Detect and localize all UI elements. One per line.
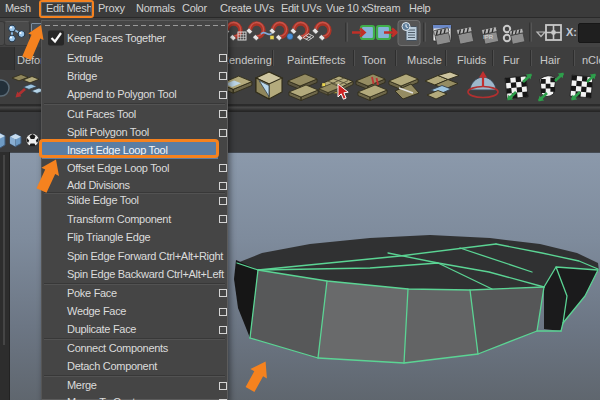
menubar-item-color[interactable]: Color (182, 0, 207, 17)
option-box[interactable] (219, 382, 227, 390)
menu-item-label: Wedge Face (67, 302, 126, 320)
menu-item-label: Cut Faces Tool (67, 105, 136, 123)
render-view-icon[interactable] (433, 25, 451, 45)
option-box[interactable] (219, 72, 227, 80)
menu-item-label: Slide Edge Tool (67, 191, 139, 209)
menu-item-label: Transform Component (67, 210, 171, 228)
shelf-icon-uv-checker-2 (538, 73, 564, 101)
option-box[interactable] (219, 308, 227, 316)
shelf-icon-separate (356, 74, 387, 101)
shelf-tab-separator (573, 50, 575, 66)
render-current-frame-icon[interactable] (456, 27, 474, 45)
option-box[interactable] (219, 326, 227, 334)
option-box[interactable] (219, 182, 227, 190)
partial-cube-icon[interactable] (0, 134, 5, 149)
partial-sphere-icon[interactable] (0, 80, 9, 96)
menu-item-label: Keep Faces Together (67, 29, 166, 47)
shelf-tab-separator (492, 50, 494, 66)
quadrant-menu-icon[interactable] (546, 25, 561, 40)
status-separator[interactable] (529, 22, 532, 42)
shelf-tab-rendering[interactable]: Rendering (221, 50, 272, 70)
shelf-icon-uv-checker-1 (505, 74, 532, 100)
menu-tearoff-handle[interactable] (45, 25, 225, 26)
shelf-tab-separator (272, 50, 274, 66)
menubar-item-normals[interactable]: Normals (136, 0, 175, 17)
menu-item-label: Spin Edge Backward Ctrl+Alt+Left (67, 265, 224, 283)
shelf-tab-hair[interactable]: Hair (540, 50, 560, 70)
shelf-tab-fluids[interactable]: Fluids (457, 50, 486, 70)
left-tool-strip (0, 152, 10, 400)
arrow-to-edit-mesh-menu (8, 14, 53, 69)
menu-item-label: Spin Edge Forward Ctrl+Alt+Right (67, 247, 223, 265)
menu-item-label: Merge To Center (67, 393, 144, 400)
shelf-icon-smooth (468, 71, 498, 98)
render-settings-icon[interactable] (504, 26, 525, 45)
option-box[interactable] (219, 54, 227, 62)
construction-history-button[interactable] (398, 21, 420, 46)
menu-item-cut-faces-tool[interactable]: Cut Faces Tool (42, 105, 227, 123)
shelf-icon-fill-hole (389, 74, 419, 99)
menu-item-offset-edge-loop-tool[interactable]: Offset Edge Loop Tool (42, 159, 227, 177)
menu-item-poke-face[interactable]: Poke Face (42, 284, 227, 302)
menu-item-merge[interactable]: Merge (42, 376, 227, 394)
menu-item-detach-component[interactable]: Detach Component (42, 357, 227, 375)
arrow-to-mesh (229, 360, 279, 400)
option-box[interactable] (219, 215, 227, 223)
menu-item-bridge[interactable]: Bridge (42, 67, 227, 85)
chevron-down-icon[interactable] (537, 32, 545, 37)
menu-item-keep-faces-together[interactable]: Keep Faces Together (42, 29, 227, 47)
menu-item-wedge-face[interactable]: Wedge Face (42, 302, 227, 320)
menubar-item-help[interactable]: Help (409, 0, 430, 17)
menu-item-connect-components[interactable]: Connect Components (42, 339, 227, 357)
menu-item-flip-triangle-edge[interactable]: Flip Triangle Edge (42, 228, 227, 246)
menu-item-spin-edge-forward[interactable]: Spin Edge Forward Ctrl+Alt+Right (42, 247, 227, 265)
menu-item-label: Duplicate Face (67, 320, 136, 338)
shelf-icon-uv-checker-3 (570, 74, 596, 100)
menu-item-slide-edge-tool[interactable]: Slide Edge Tool (42, 191, 227, 209)
shelf-tab-separator (395, 50, 397, 66)
ipr-render-icon[interactable]: IPR (481, 27, 499, 45)
shelf-tab-separator (530, 50, 532, 66)
status-separator[interactable] (345, 22, 348, 42)
ipr-label: IPR (483, 34, 494, 40)
snap-plane-icon[interactable] (290, 20, 314, 41)
shelf-tab-separator (445, 50, 447, 66)
menu-item-transform-component[interactable]: Transform Component (42, 210, 227, 228)
menubar-item-edit-uvs[interactable]: Edit UVs (281, 0, 321, 17)
status-separator[interactable] (423, 22, 426, 42)
shelf-icon-combine (288, 74, 318, 101)
arrow-to-insert-edge-loop-item (22, 144, 67, 206)
menubar-item-vue-10-xstream[interactable]: Vue 10 xStream (326, 0, 400, 17)
input-to-selected-icon[interactable] (352, 26, 374, 39)
x-coordinate-input[interactable] (578, 23, 600, 43)
menu-item-duplicate-face[interactable]: Duplicate Face (42, 320, 227, 338)
option-box[interactable] (219, 289, 227, 297)
menu-item-label: Connect Components (67, 339, 168, 357)
menu-item-label: Offset Edge Loop Tool (67, 159, 169, 177)
shelf-tab-muscle[interactable]: Muscle (407, 50, 442, 70)
shelf-tab-ncloth[interactable]: nCloth (582, 50, 600, 70)
option-box[interactable] (219, 197, 227, 205)
option-box[interactable] (219, 129, 227, 137)
x-coordinate-label: X: (566, 18, 577, 47)
menubar-item-proxy[interactable]: Proxy (98, 0, 125, 17)
option-box[interactable] (219, 164, 227, 172)
menu-item-label: Detach Component (67, 357, 157, 375)
menu-item-label: Merge (67, 376, 97, 394)
menu-item-spin-edge-backward[interactable]: Spin Edge Backward Ctrl+Alt+Left (42, 265, 227, 283)
menu-item-merge-to-center[interactable]: Merge To Center (42, 393, 227, 400)
snap-view-icon[interactable] (312, 20, 333, 41)
shelf-tab-painteffects[interactable]: PaintEffects (287, 50, 346, 70)
shelf-tab-toon[interactable]: Toon (362, 50, 386, 70)
shelf-tab-fur[interactable]: Fur (503, 50, 520, 70)
menu-item-label: Extrude (67, 49, 103, 67)
menubar-item-create-uvs[interactable]: Create UVs (220, 0, 274, 17)
option-box[interactable] (219, 110, 227, 118)
menu-item-extrude[interactable]: Extrude (42, 49, 227, 67)
output-from-selected-icon[interactable] (377, 26, 397, 39)
menu-item-label: Append to Polygon Tool (67, 85, 176, 103)
menu-item-append-to-polygon-tool[interactable]: Append to Polygon Tool (42, 85, 227, 103)
shaded-cube-icon[interactable] (10, 134, 21, 147)
menu-item-label: Flip Triangle Edge (67, 228, 150, 246)
option-box[interactable] (219, 91, 227, 99)
